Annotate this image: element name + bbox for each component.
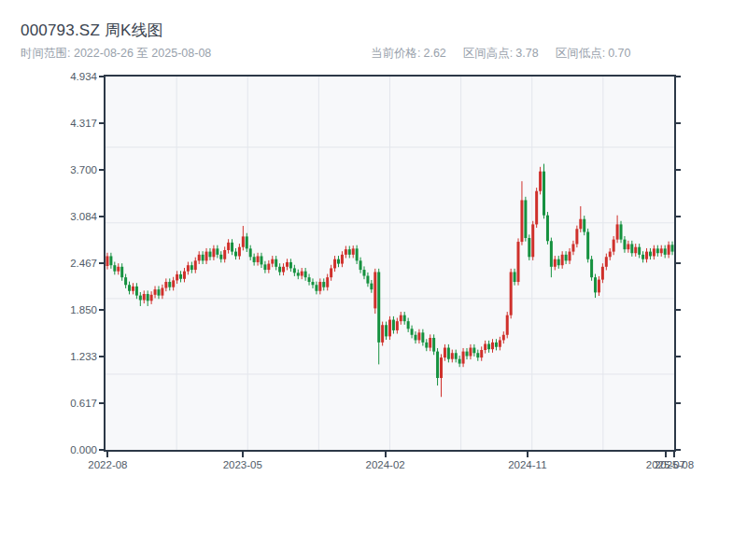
- candle-body: [157, 289, 160, 295]
- candle-body: [569, 252, 571, 261]
- candle-body: [377, 272, 380, 342]
- candle-body: [649, 252, 652, 257]
- candle-body: [440, 357, 443, 378]
- candle-body: [554, 259, 557, 267]
- candle-body: [458, 359, 461, 364]
- y-axis-tick-left: [99, 76, 106, 77]
- candle-body: [528, 238, 530, 257]
- range-low-label: 区间低点:: [556, 47, 605, 60]
- candle-body: [668, 245, 670, 255]
- candle-body: [293, 268, 296, 273]
- candle-body: [638, 247, 641, 255]
- candle-body: [345, 249, 347, 255]
- y-axis-tick-left: [99, 169, 106, 171]
- candle-body: [370, 284, 373, 289]
- y-axis-tick-right: [674, 122, 681, 124]
- candle-body: [381, 325, 384, 343]
- candle-body: [561, 255, 564, 265]
- y-axis-tick-right: [674, 309, 681, 311]
- candle-body: [514, 272, 516, 282]
- candle-body: [183, 272, 186, 279]
- candle-body: [656, 248, 659, 253]
- candle-body: [257, 256, 260, 261]
- x-axis-tick: [673, 451, 675, 457]
- candle-body: [491, 343, 494, 349]
- candle-body: [575, 229, 578, 244]
- candle-body: [150, 295, 153, 301]
- candle-body: [590, 259, 593, 277]
- candle-body: [539, 172, 542, 191]
- candle-body: [164, 282, 167, 287]
- candle-body: [598, 280, 600, 293]
- candle-body: [429, 338, 431, 348]
- candle-body: [231, 243, 233, 252]
- price-stats: 当前价格:2.62 区间高点:3.78 区间低点:0.70: [371, 46, 633, 62]
- x-axis-tick-label: 2022-08: [68, 458, 147, 471]
- candle-body: [487, 344, 490, 350]
- candle-body: [630, 244, 633, 253]
- candle-body: [194, 260, 197, 270]
- candle-body: [330, 268, 332, 277]
- candle-body: [154, 289, 157, 295]
- candle-body: [571, 244, 574, 251]
- candle-body: [202, 255, 204, 260]
- candle-body: [480, 350, 483, 357]
- candle-body: [444, 348, 446, 358]
- candle-body: [198, 255, 201, 260]
- candle-body: [664, 248, 667, 254]
- x-axis-tick-label: 2024-11: [488, 458, 567, 471]
- candle-body: [583, 219, 585, 232]
- y-axis-tick-right: [674, 356, 681, 357]
- candle-body: [315, 285, 317, 290]
- candle-body: [396, 321, 399, 330]
- x-axis-tick: [385, 451, 387, 457]
- range-high-value: 3.78: [515, 47, 538, 60]
- candle-body: [520, 200, 523, 242]
- candle-body: [326, 277, 329, 287]
- y-axis-tick-left: [99, 449, 106, 451]
- candle-body: [124, 277, 127, 285]
- candle-body: [388, 320, 391, 337]
- plot-area: [104, 75, 676, 452]
- candle-body: [356, 248, 359, 260]
- candle-body: [147, 294, 149, 301]
- candle-body: [362, 270, 365, 275]
- candle-body: [308, 277, 311, 282]
- candle-body: [550, 241, 553, 267]
- candle-body: [117, 267, 120, 272]
- candle-body: [455, 353, 458, 358]
- date-range-text: 时间范围: 2022-08-26 至 2025-08-08: [21, 46, 211, 62]
- y-axis-tick-left: [99, 216, 106, 217]
- candle-body: [260, 256, 262, 264]
- candle-body: [499, 340, 501, 346]
- candle-body: [565, 255, 568, 260]
- candle-body: [517, 242, 520, 282]
- y-axis-tick-label: 1.850: [7, 303, 97, 316]
- candle-body: [311, 282, 314, 285]
- candle-body: [594, 277, 597, 292]
- y-axis-tick-left: [99, 309, 106, 311]
- candle-body: [128, 285, 131, 290]
- candle-body: [176, 274, 178, 280]
- candle-body: [447, 348, 450, 359]
- y-axis-tick-label: 0.000: [7, 443, 97, 456]
- x-axis-tick-label: 2023-05: [204, 458, 282, 471]
- candle-body: [451, 353, 454, 358]
- candle-body: [227, 243, 230, 250]
- candle-body: [219, 255, 222, 259]
- candle-body: [234, 252, 237, 257]
- range-high-label: 区间高点:: [463, 47, 513, 60]
- candle-body: [403, 315, 406, 321]
- candle-body: [143, 294, 146, 300]
- candle-body: [531, 224, 534, 257]
- x-axis-tick: [242, 451, 244, 457]
- candle-body: [601, 267, 604, 280]
- candle-body: [484, 344, 486, 350]
- candle-body: [304, 272, 307, 277]
- page-title: 000793.SZ 周K线图: [21, 20, 163, 41]
- candle-body: [132, 287, 134, 291]
- candle-body: [223, 250, 226, 259]
- candle-body: [267, 264, 270, 270]
- candle-body: [506, 315, 509, 335]
- candle-body: [543, 172, 545, 216]
